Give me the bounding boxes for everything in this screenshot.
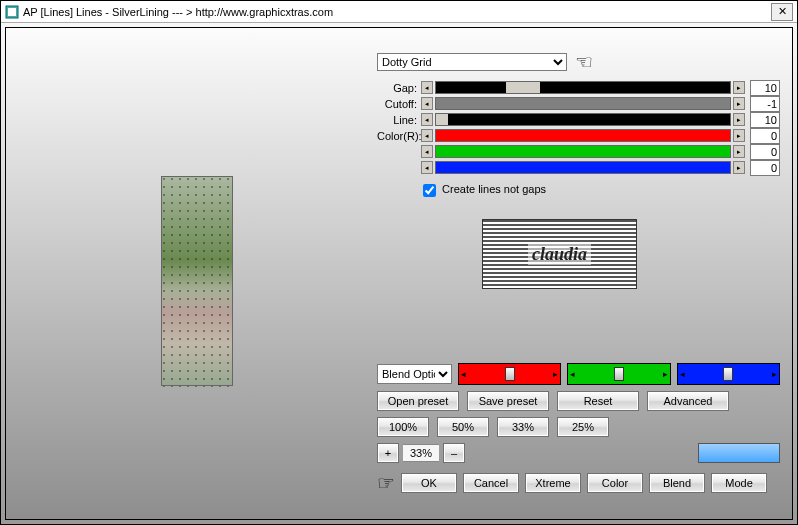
colorG-inc[interactable]: ▸ [733,145,745,158]
blend-button[interactable]: Blend [649,473,705,493]
color-swatch[interactable] [698,443,780,463]
cutoff-inc[interactable]: ▸ [733,97,745,110]
mode-button[interactable]: Mode [711,473,767,493]
line-inc[interactable]: ▸ [733,113,745,126]
colorG-dec[interactable]: ◂ [421,145,433,158]
zoom-25-button[interactable]: 25% [557,417,609,437]
colorR-value[interactable]: 0 [750,128,780,144]
line-label: Line: [377,114,419,126]
line-slider[interactable] [435,113,731,126]
reset-button[interactable]: Reset [557,391,639,411]
colorR-dec[interactable]: ◂ [421,129,433,142]
zoom-out-button[interactable]: – [443,443,465,463]
zoom-in-button[interactable]: + [377,443,399,463]
preview-image [161,176,233,386]
save-preset-button[interactable]: Save preset [467,391,549,411]
ok-button[interactable]: OK [401,473,457,493]
gap-dec[interactable]: ◂ [421,81,433,94]
create-lines-label: Create lines not gaps [442,183,546,195]
colorB-inc[interactable]: ▸ [733,161,745,174]
titlebar: AP [Lines] Lines - SilverLining --- > ht… [1,1,797,23]
preset-dropdown[interactable]: Dotty Grid [377,53,567,71]
app-icon [5,5,19,19]
zoom-100-button[interactable]: 100% [377,417,429,437]
colorB-dec[interactable]: ◂ [421,161,433,174]
create-lines-checkbox[interactable] [423,184,436,197]
cutoff-value[interactable]: -1 [750,96,780,112]
zoom-value: 33% [403,444,439,462]
pointing-hand-icon: ☞ [377,473,395,493]
brand-logo: claudia [482,219,637,289]
colorR-inc[interactable]: ▸ [733,129,745,142]
advanced-button[interactable]: Advanced [647,391,729,411]
window-title: AP [Lines] Lines - SilverLining --- > ht… [23,6,771,18]
plugin-window: AP [Lines] Lines - SilverLining --- > ht… [0,0,798,525]
bottom-controls: Blend Options Open preset Save preset Re… [377,363,780,493]
color-button[interactable]: Color [587,473,643,493]
colorG-value[interactable]: 0 [750,144,780,160]
colorR-slider[interactable] [435,129,731,142]
blue-channel-slider[interactable] [677,363,780,385]
gap-inc[interactable]: ▸ [733,81,745,94]
blend-options-dropdown[interactable]: Blend Options [377,364,452,384]
gap-slider[interactable] [435,81,731,94]
gap-value[interactable]: 10 [750,80,780,96]
gap-label: Gap: [377,82,419,94]
svg-rect-1 [8,8,16,16]
cancel-button[interactable]: Cancel [463,473,519,493]
pointing-hand-icon: ☞ [575,52,593,72]
cutoff-dec[interactable]: ◂ [421,97,433,110]
colorB-value[interactable]: 0 [750,160,780,176]
close-button[interactable]: ✕ [771,3,793,21]
zoom-33-button[interactable]: 33% [497,417,549,437]
zoom-50-button[interactable]: 50% [437,417,489,437]
content-area: Dotty Grid ☞ Gap: ◂ ▸ 10 Cutoff: ◂ ▸ -1 [5,27,793,520]
red-channel-slider[interactable] [458,363,561,385]
cutoff-slider[interactable] [435,97,731,110]
controls-panel: Dotty Grid ☞ Gap: ◂ ▸ 10 Cutoff: ◂ ▸ -1 [377,52,780,200]
slider-group: Gap: ◂ ▸ 10 Cutoff: ◂ ▸ -1 Line: ◂ [377,80,780,175]
cutoff-label: Cutoff: [377,98,419,110]
brand-text: claudia [528,244,591,265]
svg-rect-3 [162,177,234,387]
colorG-slider[interactable] [435,145,731,158]
colorR-label: Color(R): [377,130,419,142]
colorB-slider[interactable] [435,161,731,174]
xtreme-button[interactable]: Xtreme [525,473,581,493]
line-dec[interactable]: ◂ [421,113,433,126]
green-channel-slider[interactable] [567,363,670,385]
line-value[interactable]: 10 [750,112,780,128]
open-preset-button[interactable]: Open preset [377,391,459,411]
dotty-grid-overlay [162,177,234,387]
